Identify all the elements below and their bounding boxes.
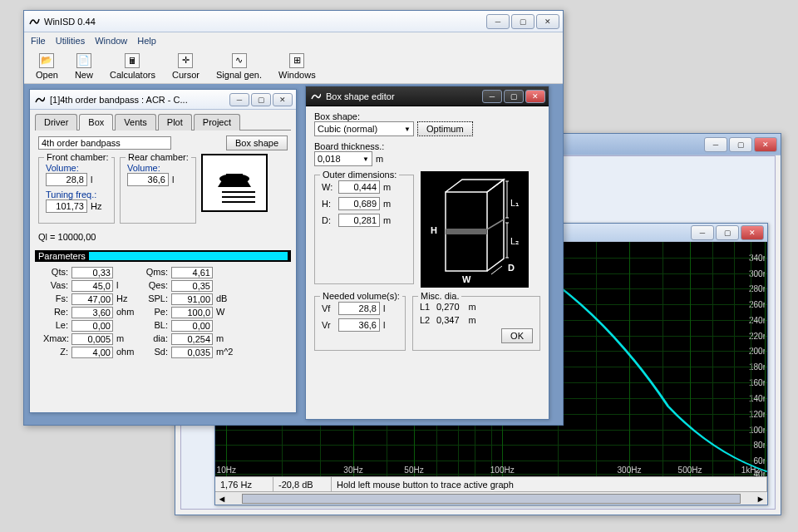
app-icon — [33, 93, 47, 106]
ql-label: Ql = 10000,00 — [38, 232, 96, 242]
misc-l1: 0,270 — [436, 302, 460, 312]
svg-text:D: D — [508, 263, 515, 273]
bandpass-title: [1]4th order bandpass : ACR - C... — [50, 95, 229, 105]
menu-help[interactable]: Help — [137, 36, 156, 46]
maximize-button[interactable]: ▢ — [504, 90, 524, 103]
signal-icon: ∿ — [232, 53, 247, 68]
main-title: WinISD 0.44 — [44, 17, 486, 27]
box-shape-titlebar[interactable]: Box shape editor ─ ▢ ✕ — [306, 86, 549, 106]
box-cross-section — [201, 154, 268, 212]
toolbar-calculators[interactable]: 🖩Calculators — [105, 52, 160, 81]
tuning-freq-input[interactable] — [46, 200, 87, 213]
outer-h-input[interactable] — [338, 197, 380, 210]
tab-vents[interactable]: Vents — [115, 114, 156, 131]
close-button[interactable]: ✕ — [741, 225, 764, 240]
maximize-button[interactable]: ▢ — [716, 225, 739, 240]
maximize-button[interactable]: ▢ — [511, 14, 534, 29]
minimize-button[interactable]: ─ — [486, 14, 510, 29]
tab-driver[interactable]: Driver — [35, 114, 77, 131]
toolbar-new[interactable]: 📄New — [70, 52, 98, 81]
toolbar: 📂Open 📄New 🖩Calculators ✛Cursor ∿Signal … — [24, 49, 563, 84]
maximize-button[interactable]: ▢ — [251, 93, 271, 106]
minimize-button[interactable]: ─ — [229, 93, 249, 106]
maximize-button[interactable]: ▢ — [729, 137, 752, 152]
box-shape-window: Box shape editor ─ ▢ ✕ Box shape: Cubic … — [305, 86, 549, 420]
parameters-grid: Qts:0,33 Qms:4,61 Vas:45,0l Qes:0,35 Fs:… — [35, 262, 291, 363]
svg-text:L₁: L₁ — [510, 198, 519, 208]
outer-d-input[interactable] — [338, 214, 380, 227]
bandpass-type: 4th order bandpass — [38, 136, 171, 150]
svg-rect-5 — [446, 229, 487, 234]
windows-icon: ⊞ — [289, 53, 304, 68]
box-shape-select[interactable]: Cubic (normal)▼ — [314, 121, 414, 136]
box-3d-diagram: H W D L₁ L₂ — [421, 171, 529, 288]
menu-utilities[interactable]: Utilities — [56, 36, 85, 46]
outer-w-input[interactable] — [338, 180, 380, 194]
needed-vf-input[interactable] — [338, 302, 380, 315]
open-icon: 📂 — [39, 53, 54, 68]
graph-hscroll[interactable]: ◄► — [215, 491, 767, 505]
svg-text:H: H — [431, 225, 437, 235]
app-icon — [309, 90, 323, 103]
main-titlebar[interactable]: WinISD 0.44 ─ ▢ ✕ — [24, 11, 563, 32]
close-button[interactable]: ✕ — [525, 90, 545, 103]
menu-window[interactable]: Window — [95, 36, 127, 46]
toolbar-open[interactable]: 📂Open — [31, 52, 63, 81]
close-button[interactable]: ✕ — [273, 93, 293, 106]
toolbar-signalgen[interactable]: ∿Signal gen. — [211, 52, 267, 81]
bandpass-titlebar[interactable]: [1]4th order bandpass : ACR - C... ─ ▢ ✕ — [30, 90, 296, 110]
mdi-client: [1]4th order bandpass : ACR - C... ─ ▢ ✕… — [24, 84, 563, 425]
svg-text:W: W — [462, 274, 471, 284]
close-button[interactable]: ✕ — [536, 14, 559, 29]
front-chamber-legend: Front chamber: — [44, 152, 111, 162]
bandpass-tabs: Driver Box Vents Plot Project — [35, 113, 291, 131]
close-button[interactable]: ✕ — [754, 137, 777, 152]
status-db: -20,8 dB — [273, 477, 332, 491]
minimize-button[interactable]: ─ — [704, 137, 727, 152]
new-icon: 📄 — [76, 53, 91, 68]
svg-rect-1 — [226, 174, 243, 177]
menu-file[interactable]: File — [31, 36, 46, 46]
svg-text:L₂: L₂ — [510, 236, 519, 246]
parameters-header: Parameters — [35, 250, 291, 262]
minimize-button[interactable]: ─ — [482, 90, 502, 103]
minimize-button[interactable]: ─ — [691, 225, 714, 240]
toolbar-cursor[interactable]: ✛Cursor — [167, 52, 204, 81]
status-hint: Hold left mouse button to trace active g… — [332, 477, 767, 491]
front-volume-input[interactable] — [46, 173, 87, 186]
graph-statusbar: 1,76 Hz -20,8 dB Hold left mouse button … — [215, 476, 767, 491]
app-icon — [27, 15, 41, 28]
status-freq: 1,76 Hz — [215, 477, 273, 491]
menubar: File Utilities Window Help — [24, 32, 563, 49]
box-shape-title: Box shape editor — [326, 91, 482, 101]
rear-volume-input[interactable] — [127, 173, 169, 186]
main-window: WinISD 0.44 ─ ▢ ✕ File Utilities Window … — [23, 10, 564, 426]
cursor-icon: ✛ — [178, 53, 193, 68]
misc-l2: 0,347 — [436, 315, 460, 325]
thickness-select[interactable]: 0,018▼ — [314, 151, 372, 166]
optimum-button[interactable]: Optimum — [417, 121, 473, 136]
box-shape-button[interactable]: Box shape — [226, 135, 288, 150]
tab-project[interactable]: Project — [194, 114, 240, 131]
tab-plot[interactable]: Plot — [158, 114, 192, 131]
calc-icon: 🖩 — [125, 53, 140, 68]
bandpass-window: [1]4th order bandpass : ACR - C... ─ ▢ ✕… — [29, 89, 297, 413]
needed-vr-input[interactable] — [338, 318, 380, 332]
toolbar-windows[interactable]: ⊞Windows — [273, 52, 321, 81]
ok-button[interactable]: OK — [501, 328, 533, 343]
rear-chamber-legend: Rear chamber: — [126, 152, 191, 162]
tab-box[interactable]: Box — [79, 114, 113, 131]
